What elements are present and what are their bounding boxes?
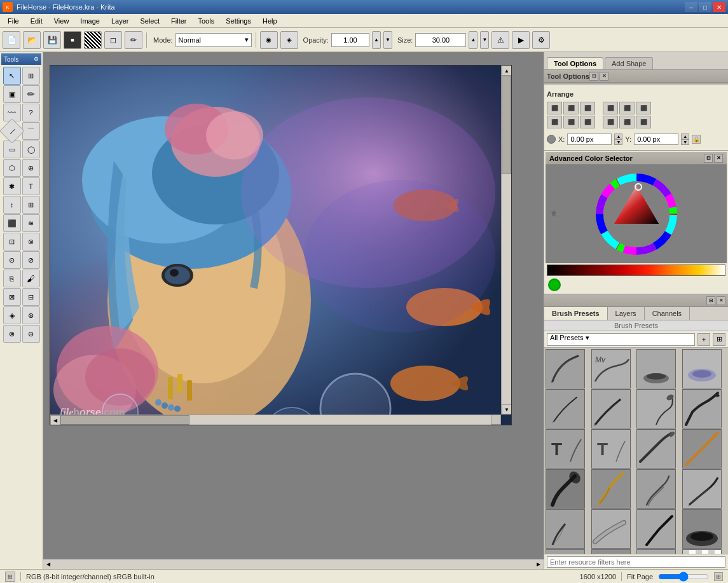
mode-dropdown[interactable]: Normal ▾ bbox=[175, 33, 252, 47]
new-file-button[interactable]: 📄 bbox=[3, 31, 20, 49]
brush-preset-12[interactable] bbox=[682, 429, 722, 469]
tab-tool-options[interactable]: Tool Options bbox=[547, 57, 603, 69]
brush-preset-10[interactable]: T bbox=[591, 429, 631, 469]
opacity-input[interactable] bbox=[331, 33, 369, 47]
measure-tool[interactable]: ⬛ bbox=[3, 214, 21, 232]
star-tool[interactable]: ✱ bbox=[3, 177, 21, 195]
menu-filter[interactable]: Filter bbox=[166, 16, 191, 26]
unknown-tool-8[interactable]: ⊟ bbox=[22, 288, 40, 306]
y-input[interactable] bbox=[634, 134, 678, 145]
brush-preset-2[interactable]: Mv bbox=[591, 349, 631, 388]
align-bottom[interactable]: ⬛ bbox=[580, 116, 595, 128]
brush-preset-19[interactable] bbox=[636, 509, 676, 549]
brush-preset-23[interactable] bbox=[636, 549, 676, 554]
scroll-left-button[interactable]: ◀ bbox=[50, 415, 60, 425]
unknown-tool-5[interactable]: ⊙ bbox=[3, 251, 21, 269]
color-panel-float[interactable]: ⊟ bbox=[704, 154, 713, 163]
tools-options-icon[interactable]: ⚙ bbox=[34, 56, 39, 62]
menu-select[interactable]: Select bbox=[135, 16, 165, 26]
color-wheel-svg[interactable] bbox=[595, 173, 678, 256]
align-left[interactable]: ⬛ bbox=[547, 102, 562, 114]
preset-filter-dropdown[interactable]: All Presets ▾ bbox=[547, 333, 695, 346]
text-tool[interactable]: T bbox=[22, 177, 40, 195]
x-up[interactable]: ▲ bbox=[614, 134, 622, 139]
distribute-left[interactable]: ⬛ bbox=[603, 102, 618, 114]
brush-pattern-button[interactable] bbox=[84, 31, 102, 49]
preset-add-button[interactable]: + bbox=[697, 333, 710, 346]
tab-add-shape[interactable]: Add Shape bbox=[605, 57, 653, 69]
open-file-button[interactable]: 📂 bbox=[23, 31, 41, 49]
align-right[interactable]: ⬛ bbox=[580, 102, 595, 114]
color-wheel-container[interactable] bbox=[546, 165, 727, 263]
lock-aspect[interactable]: 🔒 bbox=[692, 135, 701, 144]
distribute-bottom[interactable]: ⬛ bbox=[636, 116, 651, 128]
paint-brush[interactable]: 🖌 bbox=[22, 270, 40, 287]
distribute-top[interactable]: ⬛ bbox=[603, 116, 618, 128]
menu-file[interactable]: File bbox=[3, 16, 24, 26]
tool-unknown1[interactable]: ✏ bbox=[125, 31, 142, 49]
size-down[interactable]: ▼ bbox=[480, 31, 489, 49]
menu-image[interactable]: Image bbox=[75, 16, 105, 26]
clone-tool[interactable]: ⎘ bbox=[3, 270, 21, 287]
x-input[interactable] bbox=[567, 134, 612, 145]
pressure-button[interactable]: ⚠ bbox=[491, 31, 509, 49]
blend-button[interactable]: ◉ bbox=[260, 31, 278, 49]
brush-preset-13[interactable] bbox=[546, 469, 585, 509]
size-input[interactable] bbox=[415, 33, 466, 47]
unknown-tool-12[interactable]: ⊖ bbox=[22, 325, 40, 343]
unknown-tool-10[interactable]: ⊛ bbox=[22, 306, 40, 324]
brush-preset-17[interactable] bbox=[546, 509, 585, 549]
tab-brush-presets[interactable]: Brush Presets bbox=[544, 307, 608, 320]
zoom-tool[interactable]: ↕ bbox=[3, 196, 21, 214]
grid-tool[interactable]: ⊞ bbox=[22, 196, 40, 214]
brush-tool[interactable]: ✏ bbox=[22, 85, 40, 103]
horizontal-scrollbar[interactable]: ◀ ▶ bbox=[50, 415, 501, 425]
crop-tool[interactable]: ▣ bbox=[3, 85, 21, 103]
canvas-nav-right[interactable]: ▶ bbox=[533, 559, 544, 570]
color-picker-icon[interactable] bbox=[549, 209, 558, 219]
canvas-nav-left[interactable]: ◀ bbox=[43, 559, 53, 570]
fill-tool[interactable]: ⊕ bbox=[22, 159, 40, 177]
brush-preset-5[interactable] bbox=[546, 389, 585, 429]
panel-float-icon[interactable]: ⊟ bbox=[589, 72, 598, 81]
unknown-tool-11[interactable]: ⊗ bbox=[3, 325, 21, 343]
brush-preset-9[interactable]: T bbox=[546, 429, 585, 469]
scroll-up-button[interactable]: ▲ bbox=[502, 65, 512, 76]
align-center-v[interactable]: ⬛ bbox=[563, 116, 579, 128]
opacity-up[interactable]: ▲ bbox=[372, 31, 381, 49]
distribute-center-v[interactable]: ⬛ bbox=[619, 116, 635, 128]
menu-layer[interactable]: Layer bbox=[106, 16, 134, 26]
distribute-center-h[interactable]: ⬛ bbox=[619, 102, 635, 114]
brush-filter-input[interactable] bbox=[547, 556, 725, 568]
brush-preset-14[interactable] bbox=[591, 469, 631, 509]
settings-button[interactable]: ⚙ bbox=[532, 31, 550, 49]
brush-panel-float[interactable]: ⊟ bbox=[706, 296, 715, 305]
brush-preset-1[interactable] bbox=[546, 349, 585, 388]
eraser-button[interactable]: ◻ bbox=[104, 31, 122, 49]
menu-view[interactable]: View bbox=[49, 16, 74, 26]
distribute-right[interactable]: ⬛ bbox=[636, 102, 651, 114]
color-indicator[interactable] bbox=[548, 278, 561, 291]
brush-preset-6[interactable] bbox=[591, 389, 631, 429]
unknown-tool-3[interactable]: ⊡ bbox=[3, 233, 21, 250]
preset-grid-button[interactable]: ⊞ bbox=[713, 333, 725, 346]
play-button[interactable]: ▶ bbox=[512, 31, 530, 49]
brush-preset-20[interactable] bbox=[682, 509, 722, 549]
transform-tool[interactable]: ⊞ bbox=[22, 67, 40, 85]
save-file-button[interactable]: 💾 bbox=[43, 31, 61, 49]
maximize-button[interactable]: □ bbox=[699, 2, 711, 12]
brush-preset-21[interactable] bbox=[546, 549, 585, 554]
unknown-tool-4[interactable]: ⊚ bbox=[22, 233, 40, 250]
unknown-tool-7[interactable]: ⊠ bbox=[3, 288, 21, 306]
menu-settings[interactable]: Settings bbox=[221, 16, 256, 26]
color-gradient-bar[interactable] bbox=[547, 264, 725, 276]
brush-preset-3[interactable] bbox=[636, 349, 676, 388]
size-up[interactable]: ▲ bbox=[469, 31, 477, 49]
menu-help[interactable]: Help bbox=[258, 16, 282, 26]
scroll-track-h[interactable] bbox=[60, 415, 491, 425]
y-up[interactable]: ▲ bbox=[681, 134, 689, 139]
scroll-down-button[interactable]: ▼ bbox=[502, 404, 512, 415]
fit-page-button[interactable]: ⊞ bbox=[714, 572, 723, 581]
unknown-tool-6[interactable]: ⊘ bbox=[22, 251, 40, 269]
brush-preset-8[interactable] bbox=[682, 389, 722, 429]
